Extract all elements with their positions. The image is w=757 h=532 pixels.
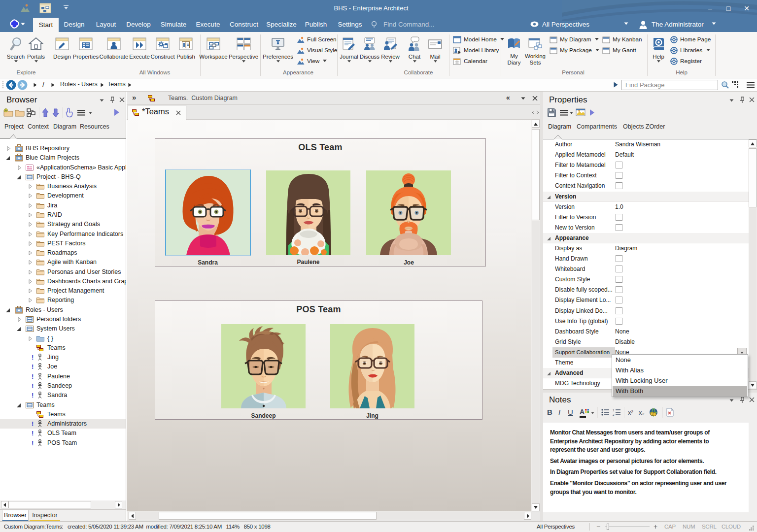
svg-text:2: 2 — [613, 413, 615, 416]
svg-text:1: 1 — [613, 409, 615, 412]
